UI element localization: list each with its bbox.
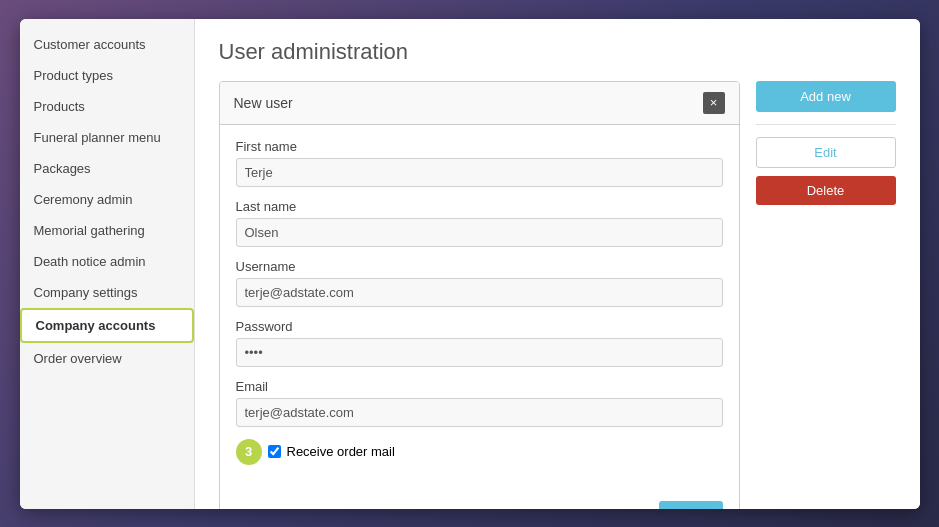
add-new-button[interactable]: Add new xyxy=(756,81,896,112)
first-name-input[interactable] xyxy=(236,158,723,187)
add-button[interactable]: Add xyxy=(659,501,722,509)
sidebar-item-products[interactable]: Products xyxy=(20,91,194,122)
email-input[interactable] xyxy=(236,398,723,427)
page-title: User administration xyxy=(219,39,896,65)
modal-area: New user × First name Last name Username xyxy=(219,81,896,509)
sidebar-item-death-notice-admin[interactable]: Death notice admin xyxy=(20,246,194,277)
receive-order-mail-row: 3 Receive order mail xyxy=(236,439,723,465)
main-content: User administration New user × First nam… xyxy=(195,19,920,509)
sidebar-item-company-accounts[interactable]: Company accounts xyxy=(20,308,194,343)
main-container: Customer accounts Product types Products… xyxy=(20,19,920,509)
email-group: Email xyxy=(236,379,723,427)
sidebar-item-ceremony-admin[interactable]: Ceremony admin xyxy=(20,184,194,215)
username-group: Username xyxy=(236,259,723,307)
edit-button[interactable]: Edit xyxy=(756,137,896,168)
right-panel: Add new Edit Delete xyxy=(756,81,896,509)
email-label: Email xyxy=(236,379,723,394)
sidebar-item-company-settings[interactable]: Company settings xyxy=(20,277,194,308)
sidebar: Customer accounts Product types Products… xyxy=(20,19,195,509)
password-group: Password xyxy=(236,319,723,367)
sidebar-item-funeral-planner-menu[interactable]: Funeral planner menu xyxy=(20,122,194,153)
first-name-group: First name xyxy=(236,139,723,187)
sidebar-item-customer-accounts[interactable]: Customer accounts xyxy=(20,29,194,60)
username-label: Username xyxy=(236,259,723,274)
last-name-group: Last name xyxy=(236,199,723,247)
username-input[interactable] xyxy=(236,278,723,307)
form-header: New user × xyxy=(220,82,739,125)
sidebar-item-packages[interactable]: Packages xyxy=(20,153,194,184)
sidebar-item-order-overview[interactable]: Order overview xyxy=(20,343,194,374)
delete-button[interactable]: Delete xyxy=(756,176,896,205)
password-input[interactable] xyxy=(236,338,723,367)
form-footer: Add xyxy=(220,493,739,509)
receive-order-mail-label: Receive order mail xyxy=(287,444,395,459)
form-panel: New user × First name Last name Username xyxy=(219,81,740,509)
form-title: New user xyxy=(234,95,293,111)
divider xyxy=(756,124,896,125)
sidebar-item-product-types[interactable]: Product types xyxy=(20,60,194,91)
close-button[interactable]: × xyxy=(703,92,725,114)
password-label: Password xyxy=(236,319,723,334)
last-name-input[interactable] xyxy=(236,218,723,247)
last-name-label: Last name xyxy=(236,199,723,214)
badge-number: 3 xyxy=(236,439,262,465)
first-name-label: First name xyxy=(236,139,723,154)
receive-order-mail-checkbox[interactable] xyxy=(268,445,281,458)
sidebar-item-memorial-gathering[interactable]: Memorial gathering xyxy=(20,215,194,246)
form-body: First name Last name Username Password xyxy=(220,125,739,493)
